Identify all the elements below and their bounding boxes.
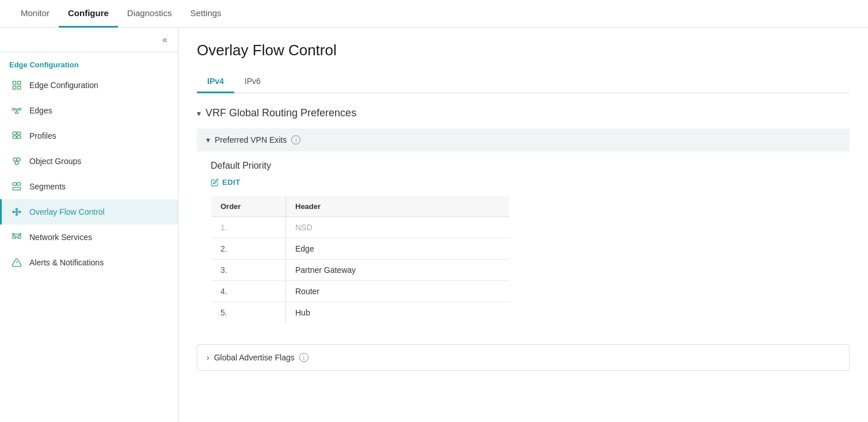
pencil-icon [211, 178, 219, 187]
network-services-icon [11, 231, 22, 243]
svg-rect-12 [17, 136, 21, 139]
sidebar-item-label: Overlay Flow Control [29, 207, 105, 216]
sidebar-item-edge-configuration[interactable]: Edge Configuration [0, 73, 178, 98]
svg-point-21 [19, 211, 21, 213]
svg-rect-5 [18, 108, 21, 110]
svg-rect-3 [18, 86, 21, 89]
sidebar-section-title: Edge Configuration [0, 52, 178, 73]
sidebar-item-label: Segments [29, 182, 66, 191]
collapse-sidebar-button[interactable]: « [159, 33, 171, 46]
svg-rect-11 [13, 136, 16, 139]
table-cell-order: 3. [211, 260, 286, 281]
svg-rect-9 [13, 132, 16, 135]
sidebar-item-label: Alerts & Notifications [29, 258, 104, 267]
sidebar-item-label: Edge Configuration [29, 81, 98, 90]
table-cell-header: NSD [286, 217, 510, 238]
alert-icon [11, 257, 22, 268]
main-layout: « Edge Configuration Edge Configuration … [0, 28, 868, 422]
sidebar-item-overlay-flow-control[interactable]: Overlay Flow Control [0, 199, 178, 225]
table-cell-order: 5. [211, 302, 286, 324]
top-navigation: Monitor Configure Diagnostics Settings [0, 0, 868, 28]
tab-bar: IPv4 IPv6 [197, 71, 850, 93]
edges-icon [11, 105, 22, 116]
svg-point-22 [16, 214, 18, 215]
svg-point-29 [20, 233, 21, 235]
table-cell-header: Edge [286, 238, 510, 260]
sidebar-item-profiles[interactable]: Profiles [0, 123, 178, 149]
svg-point-19 [13, 211, 14, 213]
svg-point-15 [15, 161, 18, 165]
svg-point-14 [17, 158, 20, 161]
table-cell-header: Router [286, 281, 510, 302]
sidebar-item-label: Profiles [29, 131, 56, 140]
svg-rect-0 [13, 81, 16, 84]
svg-rect-17 [17, 183, 21, 185]
table-cell-order: 1. [211, 217, 286, 238]
sidebar-item-label: Network Services [29, 233, 92, 242]
preferred-vpn-exits-header[interactable]: ▾ Preferred VPN Exits i [197, 128, 850, 151]
preferred-vpn-exits-title: Preferred VPN Exits [215, 135, 287, 145]
sidebar-item-segments[interactable]: Segments [0, 174, 178, 199]
svg-rect-16 [13, 183, 16, 185]
main-content: Overlay Flow Control IPv4 IPv6 ▾ VRF Glo… [178, 28, 868, 422]
table-row: 2. Edge [211, 238, 510, 260]
info-icon[interactable]: i [299, 353, 309, 362]
sidebar-header: « [0, 28, 178, 52]
svg-rect-18 [13, 188, 21, 191]
object-groups-icon [11, 155, 22, 167]
vrf-section-header[interactable]: ▾ VRF Global Routing Preferences [197, 107, 850, 119]
tab-ipv4[interactable]: IPv4 [197, 71, 234, 93]
global-advertise-header[interactable]: › Global Advertise Flags i [197, 345, 849, 370]
tab-diagnostics[interactable]: Diagnostics [118, 0, 181, 28]
tab-settings[interactable]: Settings [181, 0, 230, 28]
table-cell-order: 2. [211, 238, 286, 260]
page-title: Overlay Flow Control [197, 41, 850, 59]
overlay-flow-control-icon [11, 206, 22, 218]
svg-rect-10 [17, 132, 21, 135]
default-priority-label: Default Priority [211, 161, 836, 171]
svg-rect-26 [18, 236, 21, 239]
svg-rect-2 [13, 86, 16, 89]
global-advertise-section: › Global Advertise Flags i [197, 344, 850, 371]
svg-rect-8 [16, 112, 18, 113]
edit-button[interactable]: EDIT [211, 178, 241, 187]
table-header-order: Order [211, 196, 286, 217]
svg-point-13 [13, 158, 17, 161]
tab-monitor[interactable]: Monitor [12, 0, 59, 28]
table-cell-order: 4. [211, 281, 286, 302]
table-row: 4. Router [211, 281, 510, 302]
svg-rect-1 [18, 81, 21, 84]
sidebar-item-label: Object Groups [29, 157, 81, 166]
sidebar-item-alerts-notifications[interactable]: Alerts & Notifications [0, 250, 178, 275]
svg-point-20 [16, 208, 18, 210]
sidebar-item-label: Edges [29, 106, 52, 115]
preferred-vpn-exits-subsection: ▾ Preferred VPN Exits i Default Priority… [197, 128, 850, 337]
table-row: 1. NSD [211, 217, 510, 238]
svg-point-28 [13, 233, 14, 235]
table-row: 3. Partner Gateway [211, 260, 510, 281]
sidebar: « Edge Configuration Edge Configuration … [0, 28, 178, 422]
svg-rect-25 [13, 236, 16, 239]
subsection-body: Default Priority EDIT Order Header 1. NS… [197, 151, 850, 337]
chevron-right-icon: › [207, 353, 210, 362]
vrf-section-title: VRF Global Routing Preferences [205, 107, 356, 119]
table-cell-header: Partner Gateway [286, 260, 510, 281]
table-header-header: Header [286, 196, 510, 217]
tab-ipv6[interactable]: IPv6 [234, 71, 271, 93]
tab-configure[interactable]: Configure [59, 0, 118, 28]
chevron-down-icon: ▾ [206, 135, 210, 145]
table-row: 5. Hub [211, 302, 510, 324]
table-cell-header: Hub [286, 302, 510, 324]
info-icon[interactable]: i [291, 135, 300, 145]
sidebar-item-edges[interactable]: Edges [0, 98, 178, 123]
global-advertise-title: Global Advertise Flags [214, 353, 295, 362]
segments-icon [11, 181, 22, 192]
profiles-icon [11, 130, 22, 142]
sidebar-item-object-groups[interactable]: Object Groups [0, 149, 178, 174]
grid-icon [11, 79, 22, 91]
chevron-down-icon: ▾ [197, 109, 201, 118]
priority-table: Order Header 1. NSD 2. Edge 3. Partner G… [211, 196, 510, 324]
sidebar-item-network-services[interactable]: Network Services [0, 225, 178, 250]
svg-rect-4 [13, 108, 16, 110]
